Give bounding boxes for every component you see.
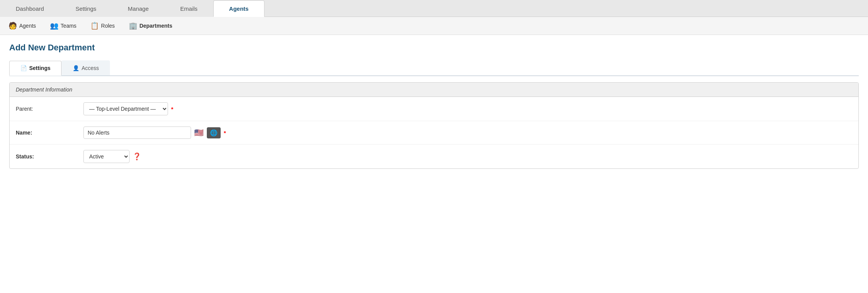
agents-icon: 🧑 xyxy=(8,22,17,30)
name-control: 🇺🇸 🌐 * xyxy=(83,127,226,139)
name-row: Name: 🇺🇸 🌐 * xyxy=(10,121,858,145)
status-control: Active Inactive ❓ xyxy=(83,150,141,163)
form-section: Department Information Parent: — Top-Lev… xyxy=(9,82,859,169)
tab-agents[interactable]: Agents xyxy=(213,0,264,17)
subnav-departments[interactable]: 🏢 Departments xyxy=(126,20,175,32)
departments-icon: 🏢 xyxy=(129,22,137,30)
subnav-teams-label: Teams xyxy=(61,23,76,29)
subnav-teams[interactable]: 👥 Teams xyxy=(48,20,79,32)
tab-manage[interactable]: Manage xyxy=(112,0,165,17)
section-header: Department Information xyxy=(10,83,858,97)
subnav-roles[interactable]: 📋 Roles xyxy=(88,20,117,32)
access-tab-label: Access xyxy=(81,65,99,71)
subnav-agents-label: Agents xyxy=(19,23,36,29)
subnav-roles-label: Roles xyxy=(101,23,115,29)
globe-button[interactable]: 🌐 xyxy=(207,127,221,138)
roles-icon: 📋 xyxy=(90,22,99,30)
tab-dashboard[interactable]: Dashboard xyxy=(0,0,60,17)
flag-icon: 🇺🇸 xyxy=(194,128,204,137)
tab-access-inner[interactable]: 👤 Access xyxy=(62,60,110,75)
name-required-star: * xyxy=(224,130,226,136)
top-nav: Dashboard Settings Manage Emails Agents xyxy=(0,0,868,17)
parent-control: — Top-Level Department — * xyxy=(83,102,173,115)
access-tab-icon: 👤 xyxy=(73,65,79,71)
status-row: Status: Active Inactive ❓ xyxy=(10,145,858,168)
teams-icon: 👥 xyxy=(50,22,58,30)
subnav-departments-label: Departments xyxy=(140,23,173,29)
status-label: Status: xyxy=(16,153,77,160)
settings-tab-icon: 📄 xyxy=(20,65,27,71)
tab-emails[interactable]: Emails xyxy=(165,0,213,17)
page-title: Add New Department xyxy=(9,43,859,53)
status-select[interactable]: Active Inactive xyxy=(83,150,130,163)
tab-settings[interactable]: Settings xyxy=(60,0,112,17)
page-content: Add New Department 📄 Settings 👤 Access D… xyxy=(0,35,868,176)
settings-tab-label: Settings xyxy=(29,65,50,71)
parent-required-star: * xyxy=(171,106,173,112)
name-label: Name: xyxy=(16,130,77,136)
subnav-agents[interactable]: 🧑 Agents xyxy=(6,20,38,32)
help-icon[interactable]: ❓ xyxy=(133,152,141,161)
sub-nav: 🧑 Agents 👥 Teams 📋 Roles 🏢 Departments xyxy=(0,17,868,35)
parent-select[interactable]: — Top-Level Department — xyxy=(83,102,168,115)
tab-settings-inner[interactable]: 📄 Settings xyxy=(9,61,62,76)
parent-label: Parent: xyxy=(16,106,77,112)
name-input[interactable] xyxy=(83,127,191,139)
parent-row: Parent: — Top-Level Department — * xyxy=(10,97,858,121)
inner-tabs: 📄 Settings 👤 Access xyxy=(9,60,859,76)
